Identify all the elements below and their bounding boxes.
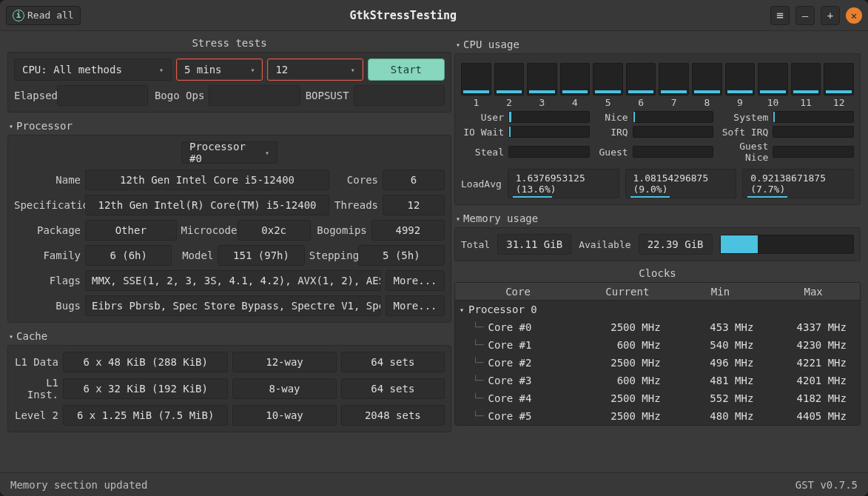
flags-field: MMX, SSE(1, 2, 3, 3S, 4.1, 4.2), AVX(1, …	[85, 270, 381, 291]
cpu-core-number: 1	[473, 97, 479, 108]
cpu-core-bar	[758, 63, 788, 95]
tree-line-iconpdata-interactable=: └─	[473, 393, 483, 403]
clocks-row[interactable]: └─Core #22500 MHz496 MHz4221 MHz	[455, 354, 860, 372]
bugs-more-button[interactable]: More...	[386, 295, 445, 316]
cpu-usage-header: CPU usage	[463, 38, 519, 50]
processor-select-value: Processor #0	[189, 141, 259, 164]
cpu-core-bar	[791, 63, 821, 95]
processor-expander[interactable]: ▾ Processor	[7, 117, 451, 135]
l2-way: 10-way	[232, 405, 336, 426]
col-min: Min	[674, 286, 767, 298]
maximize-button[interactable]: +	[821, 6, 840, 25]
mem-total-label: Total	[461, 239, 490, 250]
l1i-way: 8-way	[232, 378, 336, 399]
guestnice-bar	[773, 146, 854, 158]
load5-field: 1.08154296875 (9.0%)	[625, 169, 737, 198]
core-name: Core #5	[488, 410, 531, 422]
cpu-core-bar	[725, 63, 756, 95]
chevron-down-icon: ▾	[250, 66, 255, 74]
close-button[interactable]: ✕	[846, 7, 862, 24]
col-core: Core	[455, 286, 581, 298]
minimize-button[interactable]: –	[795, 6, 815, 25]
core-current: 2500 MHz	[581, 410, 674, 422]
iowait-bar	[508, 126, 590, 138]
iowait-label: IO Wait	[461, 127, 504, 138]
softirq-label: Soft IRQ	[718, 127, 768, 138]
stress-method-combo[interactable]: CPU: All methods ▾	[14, 58, 172, 81]
core-max: 4201 MHz	[767, 375, 860, 386]
stress-duration-combo[interactable]: 5 mins ▾	[176, 58, 263, 81]
mem-avail-field: 22.39 GiB	[639, 234, 713, 255]
cache-expander[interactable]: ▾ Cache	[7, 327, 451, 345]
processor-select-combo[interactable]: Processor #0 ▾	[181, 141, 277, 164]
family-field: 6 (6h)	[85, 245, 172, 266]
guest-label: Guest	[594, 147, 628, 158]
window-title: GtkStressTesting	[36, 9, 770, 22]
cpu-core-number: 5	[605, 97, 611, 108]
package-field: Other	[85, 220, 177, 241]
tree-line-iconpdata-interactable=: └─	[473, 340, 483, 350]
core-name: Core #3	[488, 375, 531, 386]
tree-line-iconpdata-interactable=: └─	[473, 322, 483, 332]
stress-threads-combo[interactable]: 12 ▾	[267, 58, 363, 81]
cpu-core-number: 2	[506, 97, 512, 108]
bopsust-label: BOPSUST	[305, 90, 349, 101]
elapsed-field	[57, 85, 148, 106]
cpu-core-number: 8	[704, 97, 710, 108]
core-min: 552 MHz	[674, 392, 767, 404]
memory-panel: Total 31.11 GiB Available 22.39 GiB	[454, 227, 861, 261]
stress-panel: CPU: All methods ▾ 5 mins ▾ 12 ▾ Start E…	[7, 52, 451, 113]
clocks-header: Clocks	[454, 266, 861, 282]
family-label: Family	[14, 249, 81, 261]
triangle-icon: ▾	[460, 306, 464, 314]
memory-header: Memory usage	[463, 212, 538, 224]
threads-field: 12	[383, 195, 445, 215]
cpu-usage-expander[interactable]: ▾ CPU usage	[454, 36, 861, 53]
l1d-size: 6 x 48 KiB (288 KiB)	[63, 352, 228, 372]
cpu-core-number: 10	[767, 97, 779, 108]
stress-threads-value: 12	[275, 64, 288, 76]
name-field: 12th Gen Intel Core i5-12400	[85, 170, 329, 190]
guest-bar	[633, 146, 714, 158]
core-current: 600 MHz	[581, 339, 674, 351]
guestnice-label: Guest Nice	[718, 141, 768, 163]
chevron-down-icon: ▾	[351, 66, 355, 74]
irq-bar	[633, 126, 714, 138]
elapsed-label: Elapsed	[14, 90, 53, 101]
menu-button[interactable]: ≡	[770, 6, 790, 25]
cpu-core-bar	[560, 63, 591, 95]
cpu-core-bar	[461, 63, 491, 95]
cpu-core-number: 12	[833, 97, 845, 108]
core-min: 540 MHz	[674, 339, 767, 351]
cpu-core-bars: 123456789101112	[461, 60, 854, 108]
bopsust-field	[354, 85, 445, 106]
irq-label: IRQ	[594, 127, 628, 138]
flags-more-button[interactable]: More...	[386, 270, 445, 291]
cache-header: Cache	[16, 330, 47, 342]
l1i-size: 6 x 32 KiB (192 KiB)	[63, 378, 228, 399]
l2-label: Level 2	[14, 409, 58, 421]
l1d-way: 12-way	[232, 352, 336, 372]
user-label: User	[461, 112, 504, 123]
core-max: 4337 MHz	[767, 321, 860, 333]
user-bar	[508, 111, 590, 123]
steal-bar	[508, 146, 590, 158]
clocks-row[interactable]: └─Core #1600 MHz540 MHz4230 MHz	[455, 336, 860, 354]
clocks-row[interactable]: └─Core #52500 MHz480 MHz4405 MHz	[455, 407, 860, 425]
cpu-core-number: 3	[539, 97, 545, 108]
clocks-row[interactable]: └─Core #02500 MHz453 MHz4337 MHz	[455, 318, 860, 336]
clocks-proc-row[interactable]: ▾Processor 0	[455, 304, 581, 315]
spec-field: 12th Gen Intel(R) Core(TM) i5-12400	[85, 195, 329, 215]
start-button[interactable]: Start	[368, 58, 445, 81]
cpu-core-bar	[626, 63, 656, 95]
triangle-icon: ▾	[9, 122, 13, 130]
clocks-row[interactable]: └─Core #3600 MHz481 MHz4201 MHz	[455, 372, 860, 389]
core-current: 2500 MHz	[581, 357, 674, 369]
memory-expander[interactable]: ▾ Memory usage	[454, 210, 861, 227]
core-min: 453 MHz	[674, 321, 767, 333]
cpu-core-bar	[527, 63, 557, 95]
core-name: Core #1	[488, 339, 531, 351]
cpu-core-number: 4	[572, 97, 578, 108]
flags-label: Flags	[14, 275, 81, 286]
clocks-row[interactable]: └─Core #42500 MHz552 MHz4182 MHz	[455, 389, 860, 407]
